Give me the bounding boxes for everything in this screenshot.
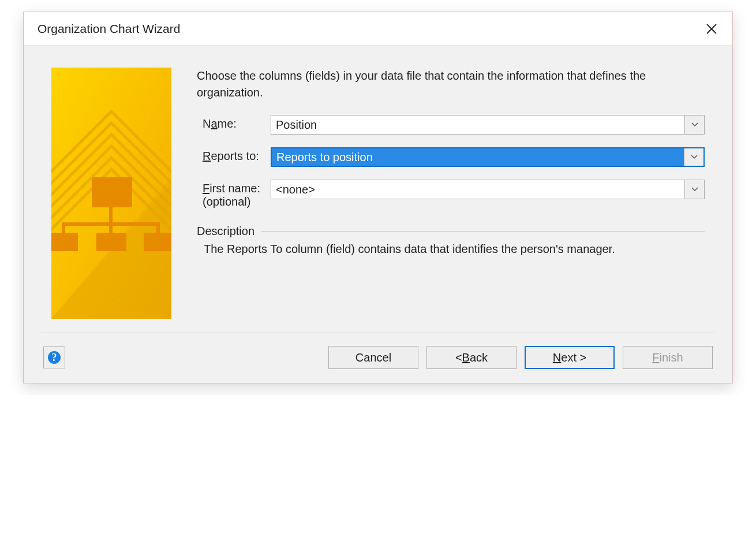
dialog-content: Choose the columns (fields) in your data… [24,46,732,333]
close-button[interactable] [700,17,723,40]
first-name-label-group: First name: (optional) [197,180,271,208]
first-name-optional: (optional) [197,195,271,208]
first-name-dropdown[interactable]: <none> [271,180,705,199]
wizard-illustration [51,68,171,319]
svg-rect-12 [96,233,126,251]
chevron-down-icon [691,187,698,192]
svg-rect-11 [51,233,78,251]
chevron-down-icon [691,122,698,127]
name-dropdown[interactable]: Position [271,115,705,135]
first-name-dropdown-arrow[interactable] [684,180,704,199]
back-button[interactable]: < Back [426,346,517,369]
first-name-label: First name: [197,180,271,195]
reports-to-dropdown[interactable]: Reports to position [271,147,705,167]
reports-to-label: Reports to: [197,147,271,163]
description-label: Description [197,225,255,238]
dialog-title: Organization Chart Wizard [38,22,180,36]
cancel-button[interactable]: Cancel [328,346,418,369]
svg-rect-10 [156,222,160,234]
description-text: The Reports To column (field) contains d… [197,238,705,256]
name-dropdown-value: Position [271,115,684,134]
svg-rect-9 [109,222,113,234]
form-area: Choose the columns (fields) in your data… [197,68,705,319]
svg-text:?: ? [52,352,57,363]
dialog-footer: ? Cancel < Back Next > Finish [41,333,715,383]
wizard-dialog: Organization Chart Wizard [23,12,733,383]
finish-button: Finish [623,346,713,369]
titlebar: Organization Chart Wizard [24,12,732,46]
svg-rect-5 [92,177,132,207]
reports-to-dropdown-value: Reports to position [272,148,684,166]
first-name-dropdown-value: <none> [271,180,684,199]
svg-rect-8 [62,222,65,234]
help-button[interactable]: ? [43,346,65,368]
name-label: Name: [197,115,271,131]
svg-rect-13 [144,233,171,251]
intro-text: Choose the columns (fields) in your data… [197,68,705,101]
first-name-row: First name: (optional) <none> [197,180,705,208]
reports-to-row: Reports to: Reports to position [197,147,705,167]
name-row: Name: Position [197,115,705,135]
close-icon [706,23,717,35]
description-section: Description The Reports To column (field… [197,225,705,256]
svg-rect-6 [109,207,113,223]
description-divider [261,231,705,232]
reports-to-dropdown-arrow[interactable] [684,148,703,166]
name-dropdown-arrow[interactable] [684,115,704,134]
next-button[interactable]: Next > [525,346,615,369]
help-icon: ? [47,351,61,364]
description-header: Description [197,225,705,238]
chevron-down-icon [691,155,698,159]
